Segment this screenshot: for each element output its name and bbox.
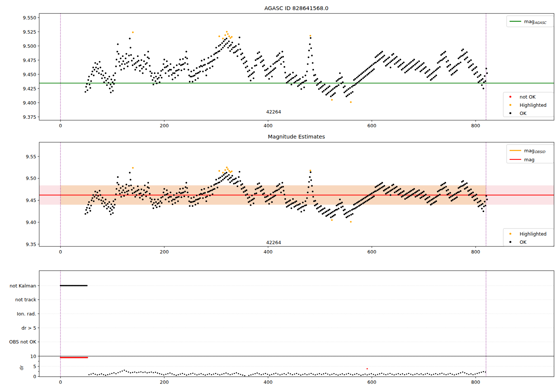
dr-ok-point [203, 374, 204, 375]
ok-data-point [143, 194, 144, 195]
ok-data-point [182, 58, 184, 60]
x-tick-label: 200 [160, 379, 169, 385]
ok-data-point [231, 49, 233, 50]
dr-ok-point [113, 372, 115, 373]
legend-label-ok: OK [520, 111, 527, 116]
ok-data-point [398, 60, 399, 61]
x-tick-label: 400 [264, 379, 273, 385]
ok-data-point [278, 189, 280, 190]
dr-ok-point [130, 372, 131, 373]
ok-data-point [246, 66, 248, 67]
ok-data-point [456, 196, 458, 198]
ok-data-point [352, 85, 354, 86]
dr-ok-point [151, 371, 152, 373]
ok-data-point [178, 69, 180, 71]
ok-data-point [266, 200, 268, 202]
ok-data-point [470, 189, 472, 190]
dr-ok-point [319, 373, 320, 374]
dr-ok-point [479, 372, 480, 373]
ok-data-point [285, 77, 287, 78]
ok-data-point [225, 176, 227, 178]
dr-ok-point [279, 374, 280, 376]
ok-data-point [122, 60, 124, 62]
dr-ok-point [336, 374, 337, 375]
ok-data-point [187, 192, 188, 193]
ok-data-point [137, 55, 139, 57]
ok-data-point [217, 187, 218, 188]
ok-data-point [256, 193, 257, 194]
ok-data-point [85, 91, 86, 93]
ok-data-point [469, 66, 471, 67]
dr-ok-point [375, 374, 376, 376]
ok-data-point [121, 63, 123, 65]
ok-data-point [294, 76, 296, 77]
ok-data-point [224, 45, 225, 47]
dr-ok-point [159, 373, 160, 374]
ok-data-point [222, 179, 224, 180]
ok-data-point [480, 74, 481, 75]
ok-data-point [280, 63, 282, 65]
dr-ok-point [227, 373, 228, 374]
ok-data-point [373, 63, 374, 65]
ok-data-point [164, 59, 165, 60]
ok-data-point [194, 75, 195, 76]
dr-ok-point [363, 374, 364, 375]
ok-data-point [368, 73, 369, 74]
dr-ok-point [105, 375, 106, 376]
ok-data-point [438, 195, 439, 196]
ok-data-point [94, 196, 95, 197]
ok-data-point [268, 73, 269, 74]
dr-ok-point [449, 373, 451, 374]
ok-data-point [302, 81, 304, 83]
ok-data-point [159, 200, 161, 202]
dr-ok-point [134, 371, 135, 373]
ok-data-point [315, 79, 317, 81]
ok-data-point [354, 203, 356, 205]
ok-data-point [268, 203, 270, 205]
dr-ok-point [296, 373, 297, 374]
ok-data-point [266, 74, 268, 75]
ok-data-point [141, 189, 142, 190]
dr-ok-point [93, 373, 94, 374]
ok-data-point [425, 194, 426, 195]
dr-ok-point [298, 374, 299, 375]
ok-data-point [103, 81, 105, 83]
ok-data-point [85, 213, 86, 215]
ok-data-point [277, 54, 279, 56]
ok-data-point [172, 199, 174, 200]
dr-ok-point [142, 372, 143, 373]
dr-ok-point [190, 373, 191, 374]
ok-data-point [118, 53, 119, 55]
dr-ok-point [444, 373, 445, 374]
dr-not-ok-point [87, 357, 88, 358]
ok-data-point [273, 63, 274, 65]
dr-tick-label: 0 [33, 374, 36, 379]
x-tick-label: 400 [264, 123, 273, 128]
ok-data-point [358, 200, 360, 202]
dr-ok-point [392, 374, 393, 375]
ok-data-point [469, 60, 470, 62]
ok-data-point [305, 200, 306, 202]
ok-data-point [197, 77, 199, 79]
ok-data-point [223, 174, 224, 175]
highlighted-data-point [222, 172, 224, 173]
ok-data-point [195, 79, 196, 81]
ok-data-point [174, 72, 175, 74]
ok-data-point [263, 65, 265, 66]
ok-data-point [403, 62, 404, 63]
ok-data-point [107, 203, 108, 205]
ok-data-point [379, 188, 381, 189]
ok-data-point [245, 62, 246, 63]
ok-data-point [251, 195, 253, 196]
ok-data-point [262, 189, 264, 190]
ok-data-point [307, 192, 308, 193]
dr-ok-point [213, 373, 214, 374]
ok-data-point [97, 195, 99, 197]
ok-data-point [281, 56, 282, 58]
ok-data-point [486, 72, 488, 74]
ok-data-point [286, 201, 288, 203]
ok-data-point [339, 199, 340, 200]
ok-data-point [310, 47, 312, 49]
ok-data-point [261, 55, 262, 57]
ok-data-point [245, 67, 246, 68]
